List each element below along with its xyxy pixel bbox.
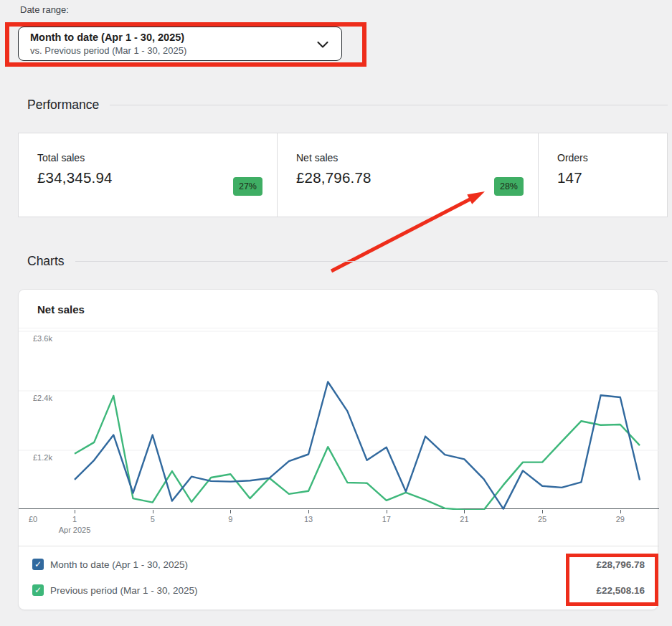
x-axis: £01591317212529Apr 2025 [19, 510, 659, 546]
trend-badge: 28% [494, 177, 524, 196]
legend-item-previous-period: ✓ Previous period (Mar 1 - 30, 2025) £22… [32, 581, 645, 599]
y-origin-label: £0 [29, 515, 37, 523]
x-tick-label: 1 [64, 515, 85, 523]
x-tick-label: 13 [298, 515, 319, 523]
x-tick-mark [620, 510, 621, 513]
performance-heading-divider [110, 105, 668, 105]
x-tick-mark [387, 510, 387, 513]
trend-badge: 27% [233, 177, 262, 196]
card-label: Total sales [37, 152, 277, 163]
performance-summary-cards: Total sales £34,345.94 27% Net sales £28… [18, 133, 668, 217]
x-tick-mark [75, 510, 75, 513]
legend-checkbox-previous-period[interactable]: ✓ [32, 584, 44, 596]
x-tick-label: 9 [219, 515, 241, 523]
legend-label: Previous period (Mar 1 - 30, 2025) [50, 585, 198, 596]
net-sales-line-chart[interactable]: £1.2k£2.4k£3.6k [19, 328, 659, 509]
date-range-dropdown[interactable]: Month to date (Apr 1 - 30, 2025) vs. Pre… [18, 27, 342, 61]
summary-card-net-sales[interactable]: Net sales £28,796.78 28% [277, 133, 538, 217]
charts-heading: Charts [27, 254, 65, 269]
x-tick-label: 21 [453, 515, 475, 523]
legend-total-month-to-date: £28,796.78 [596, 559, 645, 570]
card-value: 147 [557, 169, 582, 186]
y-tick-label: £3.6k [33, 334, 52, 343]
card-value: £28,796.78 [296, 169, 372, 186]
card-label: Net sales [296, 152, 538, 163]
date-range-selected-value: Month to date (Apr 1 - 30, 2025) [30, 31, 310, 44]
date-range-comparison-value: vs. Previous period (Mar 1 - 30, 2025) [30, 44, 310, 57]
series-line [75, 382, 640, 509]
net-sales-chart-card: Net sales £1.2k£2.4k£3.6k £0159131721252… [18, 289, 658, 610]
card-label: Orders [557, 152, 667, 163]
x-tick-mark [542, 510, 543, 513]
card-value: £34,345.94 [37, 169, 113, 186]
legend-checkbox-month-to-date[interactable]: ✓ [32, 559, 44, 570]
summary-card-total-sales[interactable]: Total sales £34,345.94 27% [19, 133, 277, 217]
x-tick-mark [308, 510, 309, 513]
charts-heading-divider [75, 261, 668, 262]
chevron-down-icon [317, 42, 328, 48]
legend-label: Month to date (Apr 1 - 30, 2025) [50, 559, 188, 570]
x-tick-label: 25 [531, 515, 553, 523]
x-tick-mark [464, 510, 465, 513]
legend-total-previous-period: £22,508.16 [596, 585, 645, 596]
summary-card-orders[interactable]: Orders 147 [538, 133, 667, 217]
x-axis-month-label: Apr 2025 [46, 526, 103, 534]
chart-title: Net sales [37, 303, 85, 316]
x-tick-mark [230, 510, 231, 513]
x-tick-label: 5 [142, 515, 164, 523]
performance-heading: Performance [27, 98, 99, 113]
date-range-label: Date range: [20, 4, 69, 15]
y-tick-label: £1.2k [33, 453, 52, 462]
y-tick-label: £2.4k [33, 394, 52, 402]
series-line [75, 396, 640, 510]
legend-item-month-to-date: ✓ Month to date (Apr 1 - 30, 2025) £28,7… [32, 555, 645, 574]
x-tick-label: 29 [610, 515, 631, 523]
x-tick-mark [153, 510, 153, 513]
x-tick-label: 17 [376, 515, 397, 523]
chart-legend: ✓ Month to date (Apr 1 - 30, 2025) £28,7… [19, 546, 659, 611]
